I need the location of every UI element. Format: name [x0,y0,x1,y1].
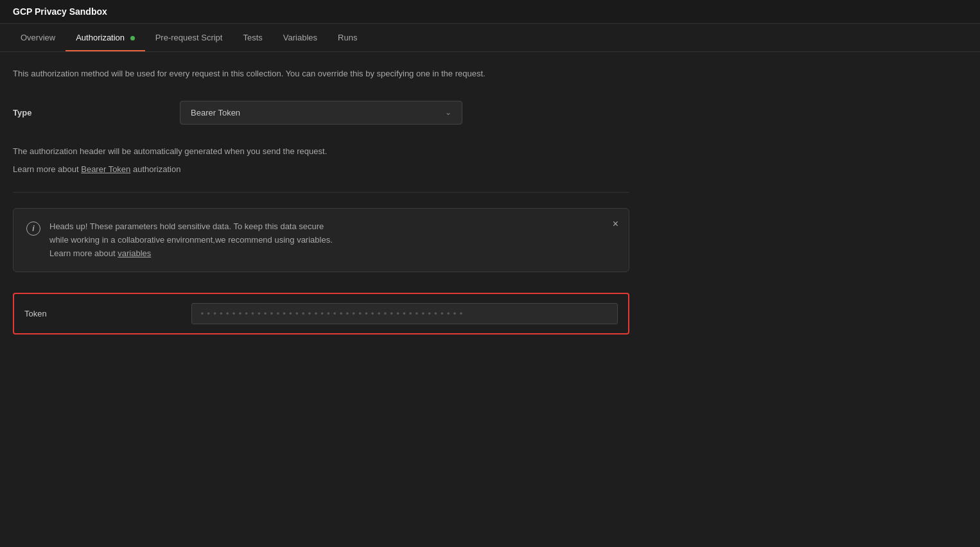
tab-authorization[interactable]: Authorization [66,24,145,51]
variables-link[interactable]: variables [118,248,151,258]
type-dropdown[interactable]: Bearer Token ⌄ [180,101,462,125]
tab-overview[interactable]: Overview [10,24,66,51]
type-row: Type Bearer Token ⌄ [13,101,629,125]
token-label: Token [24,309,191,318]
info-line-2: Learn more about Bearer Token authorizat… [13,163,629,177]
info-line-2-suffix: authorization [130,164,180,174]
tab-runs-label: Runs [338,33,357,42]
token-row: Token ••••••••••••••••••••••••••••••••••… [13,293,629,334]
divider [13,192,629,193]
description-text: This authorization method will be used f… [13,67,629,80]
info-line-2-prefix: Learn more about [13,164,81,174]
type-dropdown-value: Bearer Token [191,108,240,117]
tab-pre-request-script[interactable]: Pre-request Script [145,24,233,51]
alert-content: Heads up! These parameters hold sensitiv… [49,220,616,260]
type-label: Type [13,108,180,117]
tab-pre-request-label: Pre-request Script [155,33,223,42]
alert-box: i Heads up! These parameters hold sensit… [13,208,629,272]
authorization-active-dot [130,36,135,40]
tab-tests[interactable]: Tests [232,24,272,51]
alert-info-icon: i [26,221,40,236]
tabs-bar: Overview Authorization Pre-request Scrip… [0,24,980,52]
alert-close-button[interactable]: × [613,219,618,229]
chevron-down-icon: ⌄ [445,108,451,117]
alert-text-line3: Learn more about variables [49,247,616,261]
main-content: This authorization method will be used f… [0,52,642,350]
tab-tests-label: Tests [243,33,262,42]
alert-text-prefix: Learn more about [49,248,118,258]
tab-variables[interactable]: Variables [273,24,328,51]
token-value-field[interactable]: ••••••••••••••••••••••••••••••••••••••••… [191,303,618,324]
app-title: GCP Privacy Sandbox [13,6,107,17]
tab-runs[interactable]: Runs [328,24,367,51]
alert-text-line1: Heads up! These parameters hold sensitiv… [49,220,616,234]
tab-overview-label: Overview [21,33,55,42]
bearer-token-link[interactable]: Bearer Token [81,164,130,174]
info-line-1: The authorization header will be automat… [13,145,629,159]
title-bar: GCP Privacy Sandbox [0,0,980,24]
token-masked-value: ••••••••••••••••••••••••••••••••••••••••… [200,309,465,318]
tab-authorization-label: Authorization [76,33,125,42]
tab-variables-label: Variables [283,33,317,42]
alert-text-line2: while working in a collaborative environ… [49,234,616,247]
